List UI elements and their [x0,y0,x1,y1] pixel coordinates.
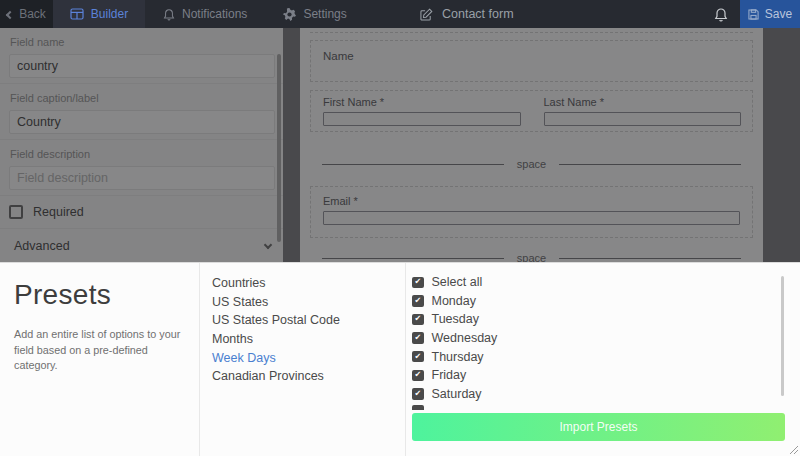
builder-icon [70,8,84,20]
presets-intro: Presets Add an entire list of options to… [0,263,200,456]
checkbox-checked-icon[interactable] [412,277,424,289]
builder-label: Builder [91,7,128,21]
presets-title: Presets [14,279,187,311]
preset-option-label: Saturday [432,387,482,401]
top-navbar: Back Builder Notifications Settings [0,0,800,28]
preset-category[interactable]: Months [200,330,405,349]
presets-description: Add an entire list of options to your fi… [14,327,187,374]
checkbox-checked-icon[interactable] [412,332,424,344]
back-label: Back [19,7,46,21]
options-scrollbar[interactable] [781,276,784,396]
preset-option-row[interactable]: Wednesday [406,329,800,348]
notifications-bell-button[interactable] [714,0,728,28]
save-button[interactable]: Save [740,0,800,28]
resize-handle-icon[interactable] [787,443,799,455]
preset-option-row[interactable]: Monday [406,292,800,311]
back-button[interactable]: Back [0,0,53,28]
nav-settings[interactable]: Settings [265,0,364,28]
edit-icon [420,8,433,21]
import-presets-button[interactable]: Import Presets [412,413,785,441]
tab-builder[interactable]: Builder [53,0,145,28]
preset-options-pane: Select all Monday Tuesday Wednesday [406,263,800,456]
form-title: Contact form [442,7,514,21]
preset-category-list: Countries US States US States Postal Cod… [200,263,406,456]
preset-option-list: Select all Monday Tuesday Wednesday [406,273,800,409]
save-floppy-icon [748,9,759,20]
preset-category[interactable]: Canadian Provinces [200,367,405,386]
presets-panel: Presets Add an entire list of options to… [0,262,800,456]
preset-option-row[interactable]: Select all [406,273,800,292]
preset-option-label: Thursday [432,350,484,364]
preset-category[interactable]: Countries [200,274,405,293]
checkbox-checked-icon[interactable] [412,351,424,363]
checkbox-checked-icon[interactable] [412,314,424,326]
form-title-area[interactable]: Contact form [420,0,514,28]
preset-option-label: Tuesday [432,312,479,326]
preset-category[interactable]: US States Postal Code [200,311,405,330]
checkbox-checked-icon[interactable] [412,370,424,382]
gear-icon [283,8,296,21]
preset-option-label: Monday [432,294,476,308]
preset-category[interactable]: US States [200,293,405,312]
save-label: Save [765,7,792,21]
preset-option-label: Friday [432,368,467,382]
preset-option-row[interactable]: Thursday [406,347,800,366]
checkbox-checked-icon[interactable] [412,295,424,307]
settings-label: Settings [303,7,346,21]
notifications-label: Notifications [182,7,247,21]
preset-option-row[interactable]: Tuesday [406,310,800,329]
preset-option-label: Wednesday [432,331,498,345]
nav-notifications[interactable]: Notifications [145,0,265,28]
checkbox-checked-icon[interactable] [412,388,424,400]
bell-icon [163,8,175,21]
bell-right-icon [714,7,728,22]
preset-option-label: Select all [432,275,483,289]
modal-backdrop[interactable] [0,28,800,262]
chevron-left-icon [6,10,14,18]
builder-content: Field name Field caption/label Field des… [0,28,800,262]
preset-option-row[interactable]: Saturday [406,385,800,404]
preset-category[interactable]: Week Days [200,348,405,367]
preset-option-row[interactable]: Friday [406,366,800,385]
clipped-checkbox [412,405,424,410]
